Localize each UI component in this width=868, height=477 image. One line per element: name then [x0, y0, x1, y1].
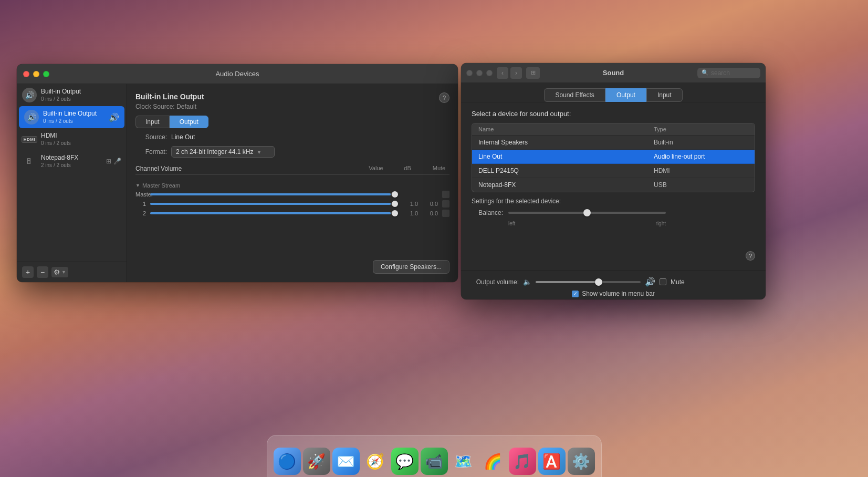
sound-close-button[interactable]	[466, 70, 473, 76]
table-row[interactable]: DELL P2415Q HDMI	[472, 164, 755, 178]
sidebar-device-name: Built-in Output	[41, 88, 121, 96]
channel-1-row: 1 1.0 0.0	[135, 199, 449, 209]
sound-preferences-window: ‹ › ⊞ Sound 🔍 search Sound Effects Outpu…	[461, 63, 766, 299]
device-name-cell: Notepad-8FX	[478, 181, 654, 189]
master-stream-label: ▼ Master Stream	[135, 180, 449, 190]
chevron-down-icon: ▼	[256, 149, 262, 155]
balance-slider[interactable]	[508, 212, 666, 214]
sound-minimize-button[interactable]	[476, 70, 483, 76]
output-tab-sound[interactable]: Output	[605, 88, 646, 102]
balance-thumb	[583, 209, 591, 216]
minimize-button[interactable]	[33, 71, 39, 77]
sidebar-item-builtin-output[interactable]: 🔊 Built-in Output 0 ins / 2 outs	[17, 84, 127, 106]
channel-1-slider[interactable]	[150, 203, 398, 205]
master-channel-row: Master	[135, 190, 449, 199]
db-column-header: dB	[397, 165, 418, 172]
dock-item-appstore[interactable]: 🅰️	[538, 448, 566, 475]
forward-button[interactable]: ›	[510, 67, 522, 79]
hdmi-icon: HDMI	[22, 132, 37, 147]
dock-item-photos[interactable]: 🌈	[479, 448, 507, 475]
audio-devices-window: Audio Devices 🔊 Built-in Output 0 ins / …	[17, 64, 458, 282]
device-type-cell: Built-in	[654, 139, 748, 146]
sidebar-item-hdmi[interactable]: HDMI HDMI 0 ins / 2 outs	[17, 128, 127, 150]
balance-right-label: right	[656, 221, 666, 226]
channel-1-mute[interactable]	[442, 200, 449, 208]
dock-item-systemprefs[interactable]: ⚙️	[568, 448, 595, 475]
channel-2-slider[interactable]	[150, 212, 398, 214]
source-label: Source:	[135, 133, 167, 141]
select-device-label: Select a device for sound output:	[472, 110, 755, 118]
sidebar-item-builtin-line-output[interactable]: 🔊 Built-in Line Output 0 ins / 2 outs 🔊	[19, 106, 124, 128]
dock-item-messages[interactable]: 💬	[391, 448, 419, 475]
channel-rows: ▼ Master Stream Master 1	[135, 180, 449, 218]
device-main-content: Built-in Line Output Clock Source: Defau…	[127, 84, 458, 282]
mute-checkbox[interactable]	[660, 278, 666, 285]
sidebar-device-name: Built-in Line Output	[43, 110, 104, 118]
device-name-cell: DELL P2415Q	[478, 167, 654, 174]
grid-view-button[interactable]: ⊞	[526, 67, 540, 79]
table-row[interactable]: Line Out Audio line-out port	[472, 150, 755, 164]
output-tab[interactable]: Output	[170, 116, 208, 128]
sound-body: Select a device for sound output: Name T…	[461, 102, 766, 270]
balance-endpoints: left right	[508, 221, 666, 226]
input-tab-sound[interactable]: Input	[646, 88, 683, 102]
usb-icon: 🎚	[22, 154, 37, 169]
dock-item-mail[interactable]: ✉️	[332, 448, 360, 475]
volume-section: Output volume: 🔈 🔊 Mute ✓ Show volume in…	[461, 270, 766, 299]
master-slider[interactable]	[150, 193, 398, 195]
configure-speakers-button[interactable]: Configure Speakers...	[373, 260, 449, 274]
sidebar-footer: + − ⚙ ▼	[17, 262, 127, 282]
format-label: Format:	[135, 148, 167, 155]
device-name-cell: Line Out	[478, 153, 654, 160]
gear-menu-button[interactable]: ⚙ ▼	[51, 267, 68, 277]
search-box[interactable]: 🔍 search	[697, 68, 760, 78]
show-volume-checkbox[interactable]: ✓	[572, 291, 579, 297]
mute-column-header: Mute	[428, 165, 449, 172]
help-button[interactable]: ?	[439, 92, 449, 103]
master-mute-checkbox[interactable]	[442, 191, 449, 198]
remove-device-button[interactable]: −	[37, 266, 48, 278]
show-volume-label: Show volume in menu bar	[582, 290, 655, 297]
sound-preference-tabs: Sound Effects Output Input	[461, 83, 766, 102]
dock-item-safari[interactable]: 🧭	[362, 448, 389, 475]
sound-titlebar: ‹ › ⊞ Sound 🔍 search	[461, 63, 766, 83]
dock-item-launchpad[interactable]: 🚀	[303, 448, 330, 475]
help-button[interactable]: ?	[746, 251, 755, 261]
speaker-icon: 🔊	[24, 110, 39, 125]
dock-item-maps[interactable]: 🗺️	[450, 448, 477, 475]
table-row[interactable]: Notepad-8FX USB	[472, 178, 755, 192]
type-column-header: Type	[654, 126, 748, 132]
format-select[interactable]: 2 ch 24-bit Integer 44.1 kHz ▼	[171, 146, 275, 158]
sidebar-device-name: Notepad-8FX	[41, 154, 102, 162]
fullscreen-button[interactable]	[43, 71, 49, 77]
sound-window-title: Sound	[603, 69, 624, 77]
output-active-icon: 🔊	[109, 112, 119, 122]
device-type-cell: Audio line-out port	[654, 153, 748, 160]
window-content: 🔊 Built-in Output 0 ins / 2 outs 🔊 Built…	[17, 84, 458, 282]
channel-2-mute[interactable]	[442, 210, 449, 217]
back-button[interactable]: ‹	[497, 67, 508, 79]
sound-effects-tab[interactable]: Sound Effects	[544, 88, 605, 102]
input-tab[interactable]: Input	[135, 116, 170, 128]
show-volume-row: ✓ Show volume in menu bar	[472, 290, 755, 297]
add-device-button[interactable]: +	[22, 266, 34, 278]
dock-item-finder[interactable]: 🔵	[274, 448, 301, 475]
channel-2-db: 0.0	[422, 210, 438, 216]
device-title: Built-in Line Output	[135, 92, 204, 101]
search-placeholder: search	[711, 69, 730, 77]
collapse-arrow-icon: ▼	[135, 183, 140, 188]
output-volume-slider[interactable]	[536, 281, 641, 283]
balance-row: Balance:	[472, 209, 755, 216]
device-name-cell: Internal Speakers	[478, 139, 654, 146]
device-header: Built-in Line Output Clock Source: Defau…	[135, 92, 449, 110]
close-button[interactable]	[23, 71, 29, 77]
sidebar-device-sub: 0 ins / 2 outs	[43, 118, 104, 125]
device-type-cell: USB	[654, 181, 748, 189]
sidebar-device-sub: 2 ins / 2 outs	[41, 162, 102, 169]
dock-item-itunes[interactable]: 🎵	[509, 448, 536, 475]
dock-item-facetime[interactable]: 📹	[421, 448, 448, 475]
sound-fullscreen-button[interactable]	[486, 70, 493, 76]
sidebar-item-notepad[interactable]: 🎚 Notepad-8FX 2 ins / 2 outs ⊞ 🎤	[17, 150, 127, 172]
table-row[interactable]: Internal Speakers Built-in	[472, 136, 755, 150]
balance-label: Balance:	[472, 209, 503, 216]
